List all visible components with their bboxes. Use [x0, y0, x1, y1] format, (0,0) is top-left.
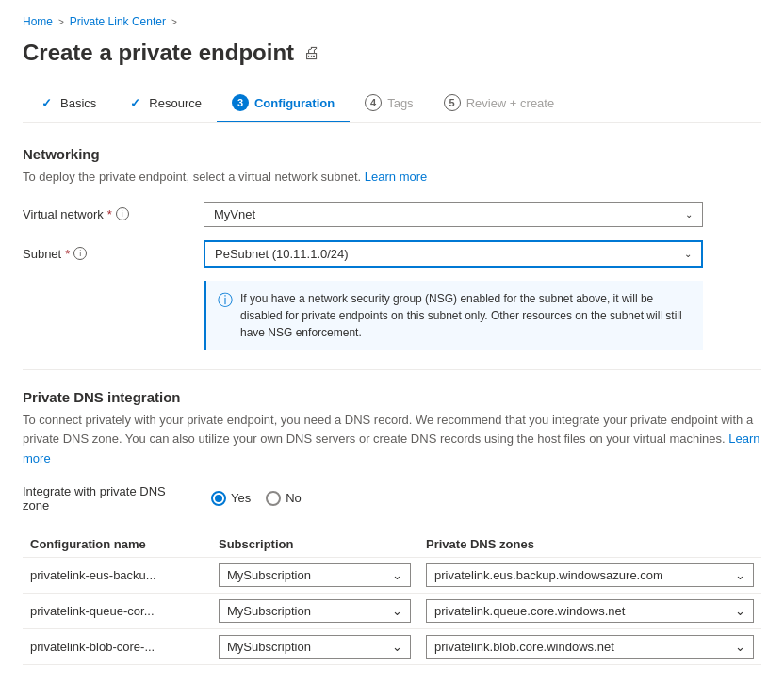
tab-configuration-badge: 3 [232, 94, 249, 111]
virtual-network-row: Virtual network * i MyVnet ⌄ [23, 202, 761, 227]
nsg-info-text: If you have a network security group (NS… [240, 290, 692, 341]
subnet-info-icon[interactable]: i [74, 247, 87, 260]
radio-yes-circle [211, 491, 226, 506]
virtual-network-control: MyVnet ⌄ [204, 202, 703, 227]
radio-no-circle [266, 491, 281, 506]
breadcrumb-private-link[interactable]: Private Link Center [70, 15, 166, 28]
radio-no-label: No [286, 491, 302, 505]
radio-yes-label: Yes [231, 491, 251, 505]
page-title-row: Create a private endpoint 🖨 [23, 40, 761, 66]
dns-row-2-config-name: privatelink-blob-core-... [23, 628, 211, 664]
dns-table-row: privatelink-eus-backu... MySubscription … [23, 557, 761, 593]
printer-icon[interactable]: 🖨 [303, 43, 320, 63]
tab-resource-label: Resource [149, 96, 202, 110]
breadcrumb-home[interactable]: Home [23, 15, 53, 28]
subnet-label: Subnet * i [23, 247, 192, 261]
subnet-value: PeSubnet (10.11.1.0/24) [215, 247, 349, 261]
radio-no[interactable]: No [266, 491, 302, 506]
dns-table-row: privatelink-blob-core-... MySubscription… [23, 628, 761, 664]
tab-configuration-label: Configuration [254, 96, 335, 110]
tab-resource-badge: ✓ [126, 94, 143, 111]
virtual-network-select[interactable]: MyVnet ⌄ [204, 202, 703, 227]
tab-configuration[interactable]: 3 Configuration [217, 85, 350, 122]
tab-resource[interactable]: ✓ Resource [111, 85, 217, 122]
tab-basics[interactable]: ✓ Basics [23, 85, 111, 122]
subnet-control: PeSubnet (10.11.1.0/24) ⌄ [204, 240, 703, 268]
nsg-info-box: ⓘ If you have a network security group (… [204, 281, 703, 350]
dns-row-0-subscription[interactable]: MySubscription ⌄ [211, 557, 418, 593]
dns-zone-select-2[interactable]: privatelink.blob.core.windows.net ⌄ [426, 635, 754, 659]
virtual-network-label: Virtual network * i [23, 207, 192, 221]
dns-row-1-config-name: privatelink-queue-cor... [23, 593, 211, 628]
col-header-dns-zones: Private DNS zones [418, 531, 761, 558]
page-title: Create a private endpoint [23, 40, 294, 66]
col-header-config-name: Configuration name [23, 531, 211, 558]
tab-basics-label: Basics [60, 96, 96, 110]
dns-row-2-dns-zone[interactable]: privatelink.blob.core.windows.net ⌄ [418, 628, 761, 664]
integrate-dns-label: Integrate with private DNS zone [23, 484, 192, 513]
breadcrumb-sep2: > [172, 17, 177, 27]
col-header-subscription: Subscription [211, 531, 418, 558]
breadcrumb-sep1: > [58, 17, 64, 27]
subscription-select-1[interactable]: MySubscription ⌄ [219, 599, 411, 623]
dns-row-1-dns-zone[interactable]: privatelink.queue.core.windows.net ⌄ [418, 593, 761, 628]
virtual-network-value: MyVnet [214, 207, 255, 221]
networking-desc: To deploy the private endpoint, select a… [23, 168, 761, 187]
dns-row-0-config-name: privatelink-eus-backu... [23, 557, 211, 593]
radio-options: Yes No [211, 491, 302, 506]
networking-learn-more[interactable]: Learn more [365, 170, 427, 184]
subnet-required: * [65, 247, 70, 261]
dns-zone-select-1[interactable]: privatelink.queue.core.windows.net ⌄ [426, 599, 754, 623]
nsg-info-icon: ⓘ [218, 289, 233, 341]
virtual-network-info-icon[interactable]: i [116, 207, 129, 220]
tab-review-badge: 5 [444, 94, 461, 111]
section-divider [23, 369, 761, 370]
dns-table-row: privatelink-queue-cor... MySubscription … [23, 593, 761, 628]
breadcrumb: Home > Private Link Center > [23, 15, 761, 28]
tab-review-label: Review + create [466, 96, 555, 110]
tab-tags-label: Tags [387, 96, 413, 110]
virtual-network-chevron: ⌄ [685, 209, 693, 220]
tab-tags[interactable]: 4 Tags [350, 85, 428, 122]
dns-section: Private DNS integration To connect priva… [23, 389, 761, 665]
tab-tags-badge: 4 [365, 94, 382, 111]
networking-title: Networking [23, 146, 761, 162]
dns-table-header-row: Configuration name Subscription Private … [23, 531, 761, 558]
dns-row-1-subscription[interactable]: MySubscription ⌄ [211, 593, 418, 628]
subnet-row: Subnet * i PeSubnet (10.11.1.0/24) ⌄ [23, 240, 761, 268]
dns-desc: To connect privately with your private e… [23, 411, 761, 469]
virtual-network-required: * [107, 207, 112, 221]
wizard-tabs: ✓ Basics ✓ Resource 3 Configuration 4 Ta… [23, 85, 761, 123]
dns-zone-select-0[interactable]: privatelink.eus.backup.windowsazure.com … [426, 563, 754, 587]
radio-yes[interactable]: Yes [211, 491, 251, 506]
subscription-select-2[interactable]: MySubscription ⌄ [219, 635, 411, 659]
subscription-select-0[interactable]: MySubscription ⌄ [219, 563, 411, 587]
tab-review[interactable]: 5 Review + create [429, 85, 570, 122]
dns-table: Configuration name Subscription Private … [23, 531, 761, 665]
tab-basics-badge: ✓ [38, 94, 55, 111]
integrate-dns-row: Integrate with private DNS zone Yes No [23, 484, 761, 513]
subnet-select[interactable]: PeSubnet (10.11.1.0/24) ⌄ [204, 240, 703, 268]
dns-row-0-dns-zone[interactable]: privatelink.eus.backup.windowsazure.com … [418, 557, 761, 593]
dns-section-title: Private DNS integration [23, 389, 761, 405]
subnet-chevron: ⌄ [684, 249, 692, 259]
dns-row-2-subscription[interactable]: MySubscription ⌄ [211, 628, 418, 664]
networking-section: Networking To deploy the private endpoin… [23, 146, 761, 350]
